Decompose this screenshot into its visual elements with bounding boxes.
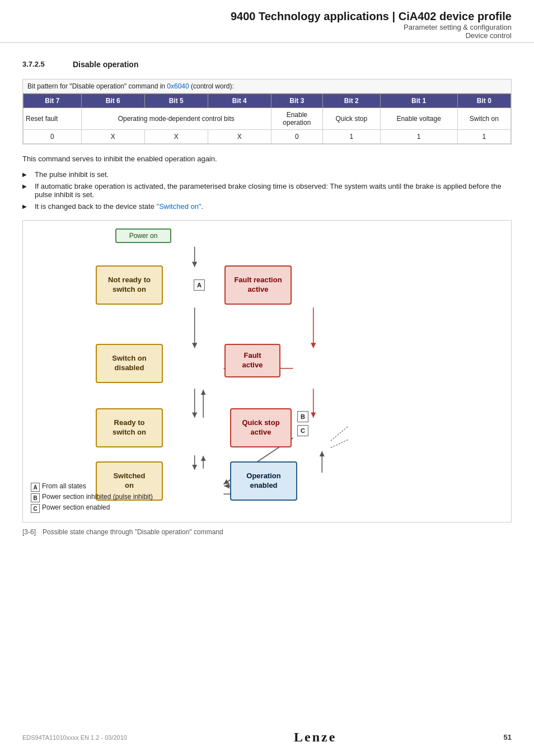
bit-table: Bit 7 Bit 6 Bit 5 Bit 4 Bit 3 Bit 2 Bit … bbox=[23, 94, 511, 144]
state-fault-reaction: Fault reactionactive bbox=[224, 265, 292, 305]
caption-num: [3-6] bbox=[22, 528, 36, 536]
sub-title-1: Parameter setting & configuration bbox=[22, 23, 512, 31]
main-title: 9400 Technology applications | CiA402 de… bbox=[22, 10, 512, 23]
svg-line-16 bbox=[331, 440, 348, 447]
state-not-ready: Not ready toswitch on bbox=[96, 265, 163, 305]
switched-on-link[interactable]: "Switched on" bbox=[157, 202, 202, 211]
table-row-labels: Reset fault Operating mode-dependent con… bbox=[24, 108, 511, 130]
state-switch-on-disabled: Switch ondisabled bbox=[96, 344, 163, 383]
col-bit6: Bit 6 bbox=[81, 94, 144, 108]
col-bit4: Bit 4 bbox=[208, 94, 271, 108]
col-bit7: Bit 7 bbox=[24, 94, 82, 108]
legend-C-text: Power section enabled bbox=[42, 503, 110, 511]
bullet-1: The pulse inhibit is set. bbox=[22, 169, 512, 180]
footer-left: EDS94TA11010xxxx EN 1.2 - 03/2010 bbox=[22, 734, 127, 741]
cell-op-mode: Operating mode-dependent control bits bbox=[81, 108, 271, 130]
cell-val-1a: 1 bbox=[322, 130, 380, 144]
cell-enable-voltage: Enable voltage bbox=[380, 108, 457, 130]
cell-val-x3: X bbox=[208, 130, 271, 144]
cell-val-x1: X bbox=[81, 130, 144, 144]
state-fault-active: Faultactive bbox=[224, 344, 280, 377]
bit-table-wrapper: Bit pattern for "Disable operation" comm… bbox=[22, 79, 512, 144]
bullet-3: It is changed back to the device state "… bbox=[22, 200, 512, 212]
legend-B-text: Power section inhibited (pulse inhibit) bbox=[42, 493, 153, 501]
cell-val-1b: 1 bbox=[380, 130, 457, 144]
col-bit5: Bit 5 bbox=[144, 94, 208, 108]
cell-switch-on: Switch on bbox=[457, 108, 510, 130]
state-ready-to-switch: Ready toswitch on bbox=[96, 408, 163, 447]
table-row-values: 0 X X X 0 1 1 1 bbox=[24, 130, 511, 144]
bit-table-note: Bit pattern for "Disable operation" comm… bbox=[23, 80, 511, 94]
section-title: Disable operation bbox=[73, 60, 138, 69]
svg-line-15 bbox=[331, 426, 348, 441]
cell-val-0a: 0 bbox=[24, 130, 82, 144]
col-bit1: Bit 1 bbox=[380, 94, 457, 108]
legend-C-icon: C bbox=[31, 504, 40, 513]
legend-B: B Power section inhibited (pulse inhibit… bbox=[31, 493, 153, 502]
state-diagram: Power on Not ready toswitch on A Fault r… bbox=[22, 220, 512, 522]
label-A: A bbox=[194, 279, 205, 291]
col-bit0: Bit 0 bbox=[457, 94, 510, 108]
legend-B-icon: B bbox=[31, 493, 40, 502]
legend-A-icon: A bbox=[31, 483, 40, 492]
cell-reset-fault: Reset fault bbox=[24, 108, 82, 130]
cell-val-1c: 1 bbox=[457, 130, 510, 144]
page-header: 9400 Technology applications | CiA402 de… bbox=[0, 0, 534, 43]
state-quick-stop: Quick stopactive bbox=[230, 408, 292, 447]
state-poweron: Power on bbox=[115, 228, 171, 243]
legend-A-text: From all states bbox=[42, 482, 86, 490]
cell-val-0b: 0 bbox=[271, 130, 322, 144]
cell-val-x2: X bbox=[144, 130, 208, 144]
lenze-logo: Lenze bbox=[294, 730, 336, 745]
section-number: 3.7.2.5 bbox=[22, 60, 56, 69]
state-operation-enabled: Operationenabled bbox=[230, 461, 297, 501]
section-heading: 3.7.2.5 Disable operation bbox=[22, 60, 512, 69]
bullet-list: The pulse inhibit is set. If automatic b… bbox=[22, 169, 512, 212]
col-bit3: Bit 3 bbox=[271, 94, 322, 108]
legend-A: A From all states bbox=[31, 482, 153, 492]
caption-text: Possible state change through "Disable o… bbox=[43, 528, 223, 536]
label-B: B bbox=[297, 411, 308, 422]
cell-quick-stop: Quick stop bbox=[322, 108, 380, 130]
table-link[interactable]: 0x6040 bbox=[167, 82, 189, 90]
page-footer: EDS94TA11010xxxx EN 1.2 - 03/2010 Lenze … bbox=[22, 730, 512, 745]
label-C: C bbox=[297, 425, 308, 436]
body-text: This command serves to inhibit the enabl… bbox=[22, 155, 512, 163]
main-content: 3.7.2.5 Disable operation Bit pattern fo… bbox=[0, 43, 534, 558]
cell-enable-op: Enableoperation bbox=[271, 108, 322, 130]
bullet-2: If automatic brake operation is activate… bbox=[22, 180, 512, 200]
sub-title-2: Device control bbox=[22, 31, 512, 40]
page-number: 51 bbox=[504, 733, 512, 741]
legend-C: C Power section enabled bbox=[31, 503, 153, 513]
figure-caption: [3-6] Possible state change through "Dis… bbox=[22, 528, 512, 536]
col-bit2: Bit 2 bbox=[322, 94, 380, 108]
diagram-legend: A From all states B Power section inhibi… bbox=[31, 482, 153, 514]
